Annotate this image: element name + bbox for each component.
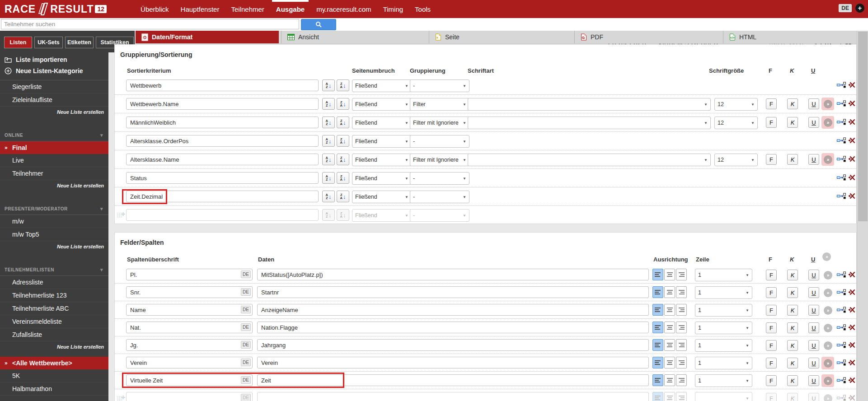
- italic-button[interactable]: K: [787, 358, 798, 368]
- sort-descending-button[interactable]: ZA↓: [337, 117, 349, 128]
- nav-item-ueberblick[interactable]: Überblick: [135, 0, 175, 18]
- sort-descending-button[interactable]: ZA↓: [337, 191, 349, 202]
- grouping-select[interactable]: Filter mit Ignoriere▼: [410, 154, 469, 166]
- sidebar-item-teilnehmerliste-abc[interactable]: Teilnehmerliste ABC: [0, 302, 108, 315]
- language-badge[interactable]: DE: [241, 288, 251, 296]
- sidebar-item-mw[interactable]: m/w: [0, 215, 108, 228]
- online-visibility-toggle-icon[interactable]: »: [821, 392, 834, 401]
- add-window-button[interactable]: +: [855, 4, 864, 13]
- sort-descending-button[interactable]: ZA↓: [337, 172, 349, 184]
- align-right-button[interactable]: [676, 374, 687, 386]
- sidebar-item-mw-top5[interactable]: m/w Top5: [0, 228, 108, 241]
- font-select[interactable]: ▼: [468, 154, 711, 166]
- sidebar-item-5k[interactable]: 5K: [0, 369, 108, 382]
- italic-button[interactable]: K: [787, 393, 798, 401]
- align-right-button[interactable]: [676, 322, 687, 333]
- section-header-teilnehmerlisten[interactable]: TEILNEHMERLISTEN▾: [0, 264, 108, 276]
- add-row-icon[interactable]: [117, 211, 125, 218]
- grouping-select[interactable]: -▼: [410, 135, 469, 148]
- insert-row-icon[interactable]: [837, 156, 846, 163]
- data-expression-input[interactable]: [257, 392, 649, 401]
- bold-button[interactable]: F: [766, 287, 777, 298]
- underline-button[interactable]: U: [808, 270, 819, 280]
- italic-button[interactable]: K: [787, 98, 798, 109]
- column-title-input[interactable]: [126, 322, 253, 333]
- sidebar-item-teilnehmerliste-123[interactable]: Teilnehmerliste 123: [0, 289, 108, 302]
- data-expression-input[interactable]: [257, 304, 649, 316]
- tab-html[interactable]: </> HTML: [723, 31, 857, 43]
- nav-item-teilnehmer[interactable]: Teilnehmer: [225, 0, 270, 18]
- search-button[interactable]: [301, 19, 336, 30]
- scrollbar-thumb[interactable]: [858, 32, 868, 221]
- bold-button[interactable]: F: [766, 98, 777, 109]
- sort-descending-button[interactable]: ZA↓: [337, 135, 349, 147]
- column-title-input[interactable]: [126, 357, 253, 368]
- align-left-button[interactable]: [652, 374, 663, 386]
- underline-button[interactable]: U: [808, 375, 819, 386]
- underline-button[interactable]: U: [808, 322, 819, 333]
- online-visibility-toggle-icon[interactable]: »: [821, 269, 834, 281]
- underline-button[interactable]: U: [808, 358, 819, 368]
- pagebreak-select[interactable]: Fließend▼: [352, 98, 412, 111]
- bold-button[interactable]: F: [766, 305, 777, 316]
- bold-button[interactable]: F: [766, 117, 777, 128]
- insert-row-icon[interactable]: [837, 342, 846, 349]
- delete-row-icon[interactable]: [848, 395, 855, 401]
- online-visibility-toggle-icon[interactable]: »: [821, 374, 834, 387]
- bold-button[interactable]: F: [766, 393, 777, 401]
- line-select[interactable]: 1▼: [695, 339, 752, 352]
- align-right-button[interactable]: [676, 357, 687, 368]
- grouping-select[interactable]: -▼: [410, 191, 469, 203]
- language-badge[interactable]: DE: [241, 323, 251, 331]
- online-visibility-toggle-icon[interactable]: »: [821, 98, 834, 110]
- sort-ascending-button[interactable]: AZ↓: [322, 191, 335, 202]
- sort-ascending-button[interactable]: AZ↓: [322, 172, 335, 184]
- align-center-button[interactable]: [664, 392, 675, 401]
- line-select[interactable]: 1▼: [695, 374, 752, 387]
- language-badge[interactable]: DE: [241, 306, 251, 313]
- insert-row-icon[interactable]: [837, 100, 846, 107]
- align-center-button[interactable]: [664, 304, 675, 316]
- column-title-input[interactable]: [126, 339, 253, 351]
- line-select[interactable]: 1▼: [695, 322, 752, 334]
- italic-button[interactable]: K: [787, 375, 798, 386]
- online-visibility-toggle-icon[interactable]: »: [821, 286, 834, 299]
- pagebreak-select[interactable]: Fließend▼: [352, 191, 412, 203]
- italic-button[interactable]: K: [787, 340, 798, 351]
- grouping-select[interactable]: Filter mit Ignoriere▼: [410, 117, 469, 129]
- sidebar-item-teilnehmer[interactable]: Teilnehmer: [0, 167, 108, 180]
- online-visibility-toggle-icon[interactable]: »: [821, 357, 834, 369]
- sidebar-item-adressliste[interactable]: Adressliste: [0, 276, 108, 289]
- sidebar-tab-listen[interactable]: Listen: [4, 37, 32, 48]
- insert-row-icon[interactable]: [837, 174, 846, 181]
- line-select[interactable]: 1▼: [695, 304, 752, 317]
- language-badge[interactable]: DE: [241, 394, 251, 401]
- nav-item-hauptfenster[interactable]: Hauptfenster: [175, 0, 225, 18]
- grouping-select[interactable]: -▼: [410, 172, 469, 185]
- italic-button[interactable]: K: [787, 305, 798, 316]
- sort-criterion-input[interactable]: [126, 98, 319, 110]
- data-expression-input[interactable]: [257, 322, 649, 333]
- data-expression-input[interactable]: [257, 374, 649, 386]
- italic-button[interactable]: K: [787, 117, 798, 128]
- section-header-presenter-moderator[interactable]: PRESENTER/MODERATOR▾: [0, 203, 108, 215]
- online-visibility-toggle-icon[interactable]: »: [821, 322, 834, 334]
- sort-ascending-button[interactable]: AZ↓: [322, 154, 335, 165]
- language-badge[interactable]: DE: [241, 359, 251, 366]
- new-list-category-action[interactable]: Neue Listen-Kategorie: [0, 65, 108, 76]
- align-left-button[interactable]: [652, 304, 663, 316]
- underline-button[interactable]: U: [808, 98, 819, 109]
- pagebreak-select[interactable]: Fließend▼: [352, 172, 412, 185]
- delete-row-icon[interactable]: [848, 324, 855, 331]
- sort-criterion-input[interactable]: [126, 191, 319, 202]
- sort-criterion-input[interactable]: [126, 135, 319, 147]
- delete-row-icon[interactable]: [848, 289, 855, 295]
- tab-ansicht[interactable]: Ansicht: [281, 31, 429, 43]
- sort-ascending-button[interactable]: AZ↓: [322, 98, 335, 110]
- sidebar-tab-uk-sets[interactable]: UK-Sets: [34, 37, 63, 48]
- underline-button[interactable]: U: [808, 154, 819, 165]
- bold-button[interactable]: F: [766, 270, 777, 280]
- pagebreak-select[interactable]: Fließend▼: [352, 209, 412, 222]
- align-left-button[interactable]: [652, 286, 663, 298]
- nav-item-tools[interactable]: Tools: [409, 0, 436, 18]
